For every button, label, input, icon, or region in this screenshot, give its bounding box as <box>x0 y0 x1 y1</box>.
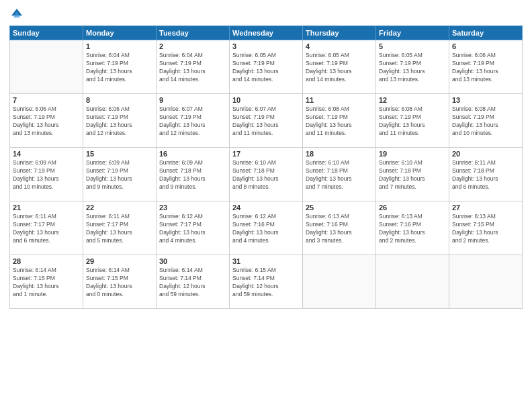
day-cell: 22Sunrise: 6:11 AM Sunset: 7:17 PM Dayli… <box>83 201 157 255</box>
day-cell: 29Sunrise: 6:14 AM Sunset: 7:15 PM Dayli… <box>83 255 157 309</box>
day-cell: 3Sunrise: 6:05 AM Sunset: 7:19 PM Daylig… <box>230 40 303 94</box>
week-row-2: 7Sunrise: 6:06 AM Sunset: 7:19 PM Daylig… <box>10 94 523 148</box>
day-cell: 9Sunrise: 6:07 AM Sunset: 7:19 PM Daylig… <box>157 94 230 148</box>
day-number: 6 <box>452 42 519 50</box>
day-number: 23 <box>159 203 226 212</box>
day-info: Sunrise: 6:10 AM Sunset: 7:18 PM Dayligh… <box>232 159 300 191</box>
header-row: SundayMondayTuesdayWednesdayThursdayFrid… <box>10 26 523 40</box>
day-header-monday: Monday <box>83 26 157 40</box>
day-cell <box>449 255 523 309</box>
day-number: 5 <box>379 42 446 50</box>
day-cell: 27Sunrise: 6:13 AM Sunset: 7:15 PM Dayli… <box>449 201 523 255</box>
day-cell: 8Sunrise: 6:06 AM Sunset: 7:19 PM Daylig… <box>83 94 157 148</box>
day-cell: 13Sunrise: 6:08 AM Sunset: 7:19 PM Dayli… <box>449 94 523 148</box>
day-header-saturday: Saturday <box>449 26 523 40</box>
day-header-friday: Friday <box>376 26 449 40</box>
day-info: Sunrise: 6:06 AM Sunset: 7:19 PM Dayligh… <box>86 105 153 138</box>
day-cell: 11Sunrise: 6:08 AM Sunset: 7:19 PM Dayli… <box>303 94 376 148</box>
day-cell: 6Sunrise: 6:06 AM Sunset: 7:19 PM Daylig… <box>449 40 523 94</box>
day-cell: 1Sunrise: 6:04 AM Sunset: 7:19 PM Daylig… <box>83 40 157 94</box>
day-info: Sunrise: 6:13 AM Sunset: 7:16 PM Dayligh… <box>306 213 373 245</box>
day-info: Sunrise: 6:14 AM Sunset: 7:14 PM Dayligh… <box>159 267 226 299</box>
day-cell: 17Sunrise: 6:10 AM Sunset: 7:18 PM Dayli… <box>230 148 303 201</box>
day-cell: 21Sunrise: 6:11 AM Sunset: 7:17 PM Dayli… <box>10 201 83 255</box>
day-cell: 10Sunrise: 6:07 AM Sunset: 7:19 PM Dayli… <box>230 94 303 148</box>
day-number: 25 <box>306 203 373 212</box>
day-number: 7 <box>13 96 80 104</box>
header <box>9 7 523 21</box>
day-number: 11 <box>306 96 373 104</box>
day-number: 15 <box>86 150 153 158</box>
day-number: 4 <box>306 42 373 50</box>
day-number: 28 <box>13 257 80 265</box>
day-header-sunday: Sunday <box>10 26 83 40</box>
day-number: 20 <box>452 150 519 158</box>
day-cell: 24Sunrise: 6:12 AM Sunset: 7:16 PM Dayli… <box>230 201 303 255</box>
day-info: Sunrise: 6:13 AM Sunset: 7:16 PM Dayligh… <box>379 213 446 245</box>
day-cell: 28Sunrise: 6:14 AM Sunset: 7:15 PM Dayli… <box>10 255 83 309</box>
day-info: Sunrise: 6:06 AM Sunset: 7:19 PM Dayligh… <box>13 105 80 138</box>
day-info: Sunrise: 6:05 AM Sunset: 7:19 PM Dayligh… <box>379 52 446 84</box>
day-number: 1 <box>86 42 153 50</box>
day-number: 29 <box>86 257 153 265</box>
day-info: Sunrise: 6:12 AM Sunset: 7:16 PM Dayligh… <box>232 213 300 245</box>
week-row-4: 21Sunrise: 6:11 AM Sunset: 7:17 PM Dayli… <box>10 201 523 255</box>
day-number: 21 <box>13 203 80 212</box>
day-number: 13 <box>452 96 519 104</box>
day-cell: 15Sunrise: 6:09 AM Sunset: 7:19 PM Dayli… <box>83 148 157 201</box>
day-cell: 2Sunrise: 6:04 AM Sunset: 7:19 PM Daylig… <box>157 40 230 94</box>
logo <box>9 7 27 21</box>
day-number: 16 <box>159 150 226 158</box>
day-info: Sunrise: 6:09 AM Sunset: 7:19 PM Dayligh… <box>86 159 153 191</box>
day-cell <box>10 40 83 94</box>
day-info: Sunrise: 6:11 AM Sunset: 7:18 PM Dayligh… <box>452 159 519 191</box>
day-number: 30 <box>159 257 226 265</box>
day-cell: 20Sunrise: 6:11 AM Sunset: 7:18 PM Dayli… <box>449 148 523 201</box>
day-info: Sunrise: 6:09 AM Sunset: 7:19 PM Dayligh… <box>13 159 80 191</box>
day-number: 31 <box>232 257 300 265</box>
day-cell: 7Sunrise: 6:06 AM Sunset: 7:19 PM Daylig… <box>10 94 83 148</box>
day-number: 27 <box>452 203 519 212</box>
week-row-3: 14Sunrise: 6:09 AM Sunset: 7:19 PM Dayli… <box>10 148 523 201</box>
day-cell <box>376 255 449 309</box>
day-header-tuesday: Tuesday <box>157 26 230 40</box>
day-cell: 18Sunrise: 6:10 AM Sunset: 7:18 PM Dayli… <box>303 148 376 201</box>
day-info: Sunrise: 6:12 AM Sunset: 7:17 PM Dayligh… <box>159 213 226 245</box>
day-number: 10 <box>232 96 300 104</box>
day-number: 3 <box>232 42 300 50</box>
day-info: Sunrise: 6:09 AM Sunset: 7:18 PM Dayligh… <box>159 159 226 191</box>
day-info: Sunrise: 6:15 AM Sunset: 7:14 PM Dayligh… <box>232 267 300 299</box>
day-cell: 30Sunrise: 6:14 AM Sunset: 7:14 PM Dayli… <box>157 255 230 309</box>
day-cell: 19Sunrise: 6:10 AM Sunset: 7:18 PM Dayli… <box>376 148 449 201</box>
day-cell: 25Sunrise: 6:13 AM Sunset: 7:16 PM Dayli… <box>303 201 376 255</box>
day-number: 8 <box>86 96 153 104</box>
day-number: 17 <box>232 150 300 158</box>
logo-icon <box>9 7 24 21</box>
day-info: Sunrise: 6:10 AM Sunset: 7:18 PM Dayligh… <box>306 159 373 191</box>
day-cell: 14Sunrise: 6:09 AM Sunset: 7:19 PM Dayli… <box>10 148 83 201</box>
day-info: Sunrise: 6:07 AM Sunset: 7:19 PM Dayligh… <box>232 105 300 138</box>
day-info: Sunrise: 6:06 AM Sunset: 7:19 PM Dayligh… <box>452 52 519 84</box>
day-info: Sunrise: 6:08 AM Sunset: 7:19 PM Dayligh… <box>452 105 519 138</box>
day-number: 18 <box>306 150 373 158</box>
day-info: Sunrise: 6:05 AM Sunset: 7:19 PM Dayligh… <box>306 52 373 84</box>
day-info: Sunrise: 6:11 AM Sunset: 7:17 PM Dayligh… <box>13 213 80 245</box>
day-number: 19 <box>379 150 446 158</box>
day-cell: 16Sunrise: 6:09 AM Sunset: 7:18 PM Dayli… <box>157 148 230 201</box>
day-cell: 12Sunrise: 6:08 AM Sunset: 7:19 PM Dayli… <box>376 94 449 148</box>
week-row-1: 1Sunrise: 6:04 AM Sunset: 7:19 PM Daylig… <box>10 40 523 94</box>
day-number: 26 <box>379 203 446 212</box>
calendar-page: SundayMondayTuesdayWednesdayThursdayFrid… <box>0 0 532 411</box>
day-info: Sunrise: 6:05 AM Sunset: 7:19 PM Dayligh… <box>232 52 300 84</box>
day-info: Sunrise: 6:14 AM Sunset: 7:15 PM Dayligh… <box>86 267 153 299</box>
day-info: Sunrise: 6:10 AM Sunset: 7:18 PM Dayligh… <box>379 159 446 191</box>
day-header-thursday: Thursday <box>303 26 376 40</box>
day-number: 14 <box>13 150 80 158</box>
day-info: Sunrise: 6:14 AM Sunset: 7:15 PM Dayligh… <box>13 267 80 299</box>
day-number: 24 <box>232 203 300 212</box>
day-info: Sunrise: 6:07 AM Sunset: 7:19 PM Dayligh… <box>159 105 226 138</box>
day-cell: 4Sunrise: 6:05 AM Sunset: 7:19 PM Daylig… <box>303 40 376 94</box>
day-header-wednesday: Wednesday <box>230 26 303 40</box>
day-number: 2 <box>159 42 226 50</box>
day-info: Sunrise: 6:04 AM Sunset: 7:19 PM Dayligh… <box>86 52 153 84</box>
